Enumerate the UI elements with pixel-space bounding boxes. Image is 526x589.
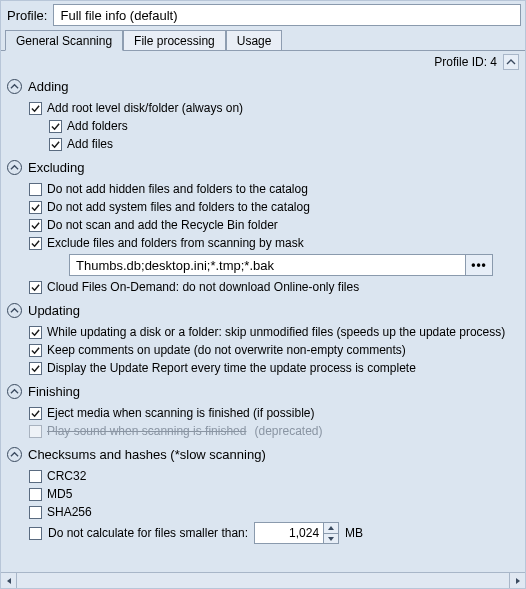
section-finishing: Finishing Eject media when scanning is f… — [7, 384, 519, 439]
profile-row: Profile: — [1, 1, 525, 29]
label-crc32: CRC32 — [47, 468, 86, 484]
checkbox-exclude-recycle[interactable] — [29, 219, 42, 232]
tab-general-scanning[interactable]: General Scanning — [5, 30, 123, 51]
min-size-spinner — [324, 522, 339, 544]
section-excluding-title: Excluding — [28, 160, 84, 175]
chevron-up-icon — [506, 57, 516, 67]
checkbox-play-sound — [29, 425, 42, 438]
label-cloud-ondemand: Cloud Files On-Demand: do not download O… — [47, 279, 359, 295]
section-adding: Adding Add root level disk/folder (alway… — [7, 79, 519, 152]
label-md5: MD5 — [47, 486, 72, 502]
label-keep-comments: Keep comments on update (do not overwrit… — [47, 342, 406, 358]
caret-down-icon — [327, 536, 335, 542]
profile-id-label: Profile ID: 4 — [434, 55, 497, 69]
caret-left-icon — [5, 577, 13, 585]
label-exclude-recycle: Do not scan and add the Recycle Bin fold… — [47, 217, 278, 233]
section-finishing-title: Finishing — [28, 384, 80, 399]
label-deprecated: (deprecated) — [254, 423, 322, 439]
settings-window: Profile: General Scanning File processin… — [0, 0, 526, 589]
spinner-down-button[interactable] — [324, 533, 338, 543]
label-update-report: Display the Update Report every time the… — [47, 360, 416, 376]
profile-label: Profile: — [7, 8, 47, 23]
section-checksums-title: Checksums and hashes (*slow scanning) — [28, 447, 266, 462]
section-excluding-header[interactable]: Excluding — [7, 160, 519, 175]
section-adding-title: Adding — [28, 79, 68, 94]
label-exclude-hidden: Do not add hidden files and folders to t… — [47, 181, 308, 197]
label-min-size: Do not calculate for files smaller than: — [48, 526, 248, 540]
checkbox-cloud-ondemand[interactable] — [29, 281, 42, 294]
checkbox-exclude-system[interactable] — [29, 201, 42, 214]
horizontal-scrollbar[interactable] — [1, 572, 525, 588]
section-finishing-header[interactable]: Finishing — [7, 384, 519, 399]
label-play-sound: Play sound when scanning is finished — [47, 423, 246, 439]
checkbox-exclude-mask[interactable] — [29, 237, 42, 250]
content-panel: Adding Add root level disk/folder (alway… — [1, 71, 525, 572]
min-size-input[interactable] — [254, 522, 324, 544]
meta-row: Profile ID: 4 — [1, 51, 525, 71]
tab-file-processing[interactable]: File processing — [123, 30, 226, 51]
checkbox-exclude-hidden[interactable] — [29, 183, 42, 196]
label-eject-media: Eject media when scanning is finished (i… — [47, 405, 314, 421]
checkbox-update-report[interactable] — [29, 362, 42, 375]
checkbox-add-root[interactable] — [29, 102, 42, 115]
checkbox-keep-comments[interactable] — [29, 344, 42, 357]
exclude-mask-input[interactable] — [69, 254, 465, 276]
section-updating-header[interactable]: Updating — [7, 303, 519, 318]
checkbox-sha256[interactable] — [29, 506, 42, 519]
tab-usage[interactable]: Usage — [226, 30, 283, 51]
checkbox-crc32[interactable] — [29, 470, 42, 483]
section-adding-header[interactable]: Adding — [7, 79, 519, 94]
checkbox-add-folders[interactable] — [49, 120, 62, 133]
scroll-right-button[interactable] — [509, 573, 525, 588]
section-updating-title: Updating — [28, 303, 80, 318]
checkbox-md5[interactable] — [29, 488, 42, 501]
label-add-files: Add files — [67, 136, 113, 152]
checkbox-min-size[interactable] — [29, 527, 42, 540]
label-exclude-mask: Exclude files and folders from scanning … — [47, 235, 304, 251]
section-updating: Updating While updating a disk or a fold… — [7, 303, 519, 376]
chevron-up-icon — [7, 303, 22, 318]
label-exclude-system: Do not add system files and folders to t… — [47, 199, 310, 215]
chevron-up-icon — [7, 160, 22, 175]
label-sha256: SHA256 — [47, 504, 92, 520]
checkbox-add-files[interactable] — [49, 138, 62, 151]
checkbox-eject-media[interactable] — [29, 407, 42, 420]
spinner-up-button[interactable] — [324, 523, 338, 533]
section-excluding: Excluding Do not add hidden files and fo… — [7, 160, 519, 295]
exclude-mask-browse-button[interactable]: ••• — [465, 254, 493, 276]
tab-strip: General Scanning File processing Usage — [1, 29, 525, 51]
label-add-folders: Add folders — [67, 118, 128, 134]
label-add-root: Add root level disk/folder (always on) — [47, 100, 243, 116]
profile-name-input[interactable] — [53, 4, 521, 26]
section-checksums-header[interactable]: Checksums and hashes (*slow scanning) — [7, 447, 519, 462]
section-checksums: Checksums and hashes (*slow scanning) CR… — [7, 447, 519, 544]
chevron-up-icon — [7, 384, 22, 399]
label-skip-unmodified: While updating a disk or a folder: skip … — [47, 324, 505, 340]
chevron-up-icon — [7, 79, 22, 94]
scroll-left-button[interactable] — [1, 573, 17, 588]
chevron-up-icon — [7, 447, 22, 462]
scroll-up-button[interactable] — [503, 54, 519, 70]
checkbox-skip-unmodified[interactable] — [29, 326, 42, 339]
caret-right-icon — [514, 577, 522, 585]
min-size-unit: MB — [345, 526, 363, 540]
caret-up-icon — [327, 525, 335, 531]
